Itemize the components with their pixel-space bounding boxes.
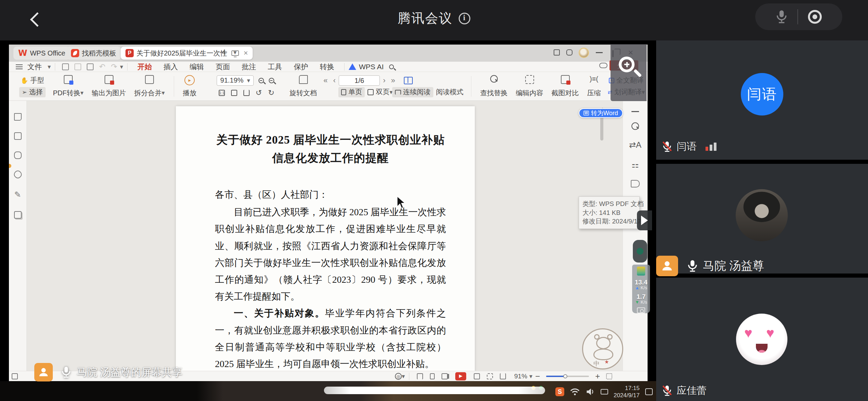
participant-tile-yanyu[interactable]: 闫语 闫语 (656, 40, 868, 160)
rail-settings-icon[interactable]: ⚏ (631, 160, 639, 170)
save-icon[interactable] (74, 63, 81, 70)
comment-icon[interactable] (14, 151, 22, 159)
menu-home[interactable]: 开始 (137, 62, 152, 72)
zoom-slider-handle[interactable] (563, 374, 567, 378)
hand-tool-button[interactable]: ✋ 手型 (18, 75, 47, 86)
fit-width-small-icon[interactable] (500, 373, 506, 379)
split-merge-button[interactable]: 拆分合并▾ (130, 75, 169, 98)
layers-icon[interactable] (14, 211, 22, 219)
zoom-level-select[interactable]: 91.19% ▾ (217, 75, 254, 86)
system-clock[interactable]: 17:15 2024/9/17 (614, 385, 640, 399)
tab-list-chevron-icon[interactable]: ▾ (233, 49, 237, 56)
tab-document[interactable]: P 关于做好2025届毕业生一次性 × (121, 47, 253, 60)
rotate-right-icon[interactable]: ↻ (268, 88, 274, 97)
fit-screen-icon[interactable] (487, 373, 493, 379)
book-icon[interactable] (404, 77, 413, 84)
first-page-icon[interactable]: « (324, 76, 328, 85)
screenshot-compare-button[interactable]: 截图对比 (547, 75, 583, 98)
rail-booklet-icon[interactable] (631, 180, 640, 187)
fit-height-icon[interactable] (474, 373, 480, 379)
select-tool-button[interactable]: ➢ 选择 (19, 87, 46, 97)
minimize-icon[interactable] (596, 52, 603, 53)
panel-toggle-icon[interactable] (12, 373, 18, 379)
participant-tile-yingjialei[interactable]: ♥ ♥ 应佳蕾 (656, 278, 868, 401)
sidebar-expand-button[interactable] (637, 210, 652, 230)
meeting-zoom-overlay[interactable] (611, 44, 647, 101)
zoom-out-icon[interactable] (258, 78, 264, 83)
file-chevron-icon[interactable]: ▾ (48, 63, 51, 71)
cloud-upload-icon[interactable] (599, 63, 607, 68)
menu-annotate[interactable]: 批注 (242, 62, 256, 72)
hamburger-icon[interactable] (16, 64, 23, 65)
zoom-plus-icon[interactable]: + (595, 372, 600, 381)
view-mode-icon[interactable]: ◎ (395, 373, 402, 380)
undo-icon[interactable]: ↶ (99, 62, 105, 71)
rotate-doc-button[interactable]: 旋转文档 (286, 75, 321, 98)
menu-file[interactable]: 文件 (27, 62, 42, 72)
redo-chevron-icon[interactable]: ▾ (120, 63, 123, 71)
rail-search-icon[interactable] (631, 122, 639, 130)
info-icon[interactable] (459, 13, 470, 24)
rail-translate-icon[interactable]: ⇄A (629, 140, 641, 150)
fit-width-icon[interactable] (243, 90, 250, 96)
single-page-small-icon[interactable] (430, 373, 435, 379)
record-icon[interactable] (807, 9, 823, 25)
find-replace-button[interactable]: 查找替换 (476, 75, 512, 98)
fit-page-icon[interactable] (231, 90, 237, 96)
one-to-one-icon[interactable]: 1:1 (219, 90, 225, 96)
search-icon[interactable] (389, 64, 394, 69)
double-page-button[interactable]: 双页▾ (365, 87, 395, 97)
cube-icon[interactable] (566, 49, 572, 56)
tab-close-icon[interactable]: × (244, 49, 248, 58)
user-avatar[interactable] (579, 48, 589, 58)
horizontal-scrollbar[interactable] (324, 387, 545, 394)
status-dot-pill[interactable] (633, 240, 647, 263)
fullscreen-icon[interactable] (606, 373, 612, 379)
tray-app-icon[interactable]: S (555, 387, 564, 396)
zoom-slider[interactable] (546, 376, 589, 377)
microphone-icon[interactable] (775, 9, 788, 24)
menu-insert[interactable]: 插入 (164, 62, 178, 72)
attachment-icon[interactable] (12, 169, 23, 180)
print-icon[interactable] (87, 63, 94, 70)
continuous-read-button[interactable]: 连续阅读 (392, 87, 433, 97)
menu-tools[interactable]: 工具 (268, 62, 282, 72)
pdf-convert-button[interactable]: PDF转换▾ (49, 75, 87, 98)
redo-icon[interactable]: ↷ (111, 62, 117, 71)
network-monitor-widget[interactable]: 13.4 ▲ K/s 1.7 ▼ K/s (632, 265, 650, 313)
convert-to-word-button[interactable]: W 转为Word (579, 108, 623, 118)
pen-icon[interactable]: ✎ (14, 190, 21, 199)
menu-protect[interactable]: 保护 (294, 62, 308, 72)
menu-page[interactable]: 页面 (216, 62, 230, 72)
edit-content-button[interactable]: 编辑内容 (512, 75, 547, 98)
compress-button[interactable]: )≡( 压缩 (583, 75, 605, 98)
continuous-small-icon[interactable] (417, 373, 423, 379)
zoom-minus-icon[interactable]: − (535, 372, 540, 381)
page-indicator[interactable]: 1/6 (339, 75, 380, 86)
double-page-small-icon[interactable] (442, 373, 448, 379)
chevron-down-icon[interactable]: ▾ (529, 373, 532, 380)
participant-tile-tangyizun[interactable]: 马院 汤益尊 (656, 164, 868, 274)
open-folder-icon[interactable] (62, 63, 69, 70)
tab-docer[interactable]: 找稻壳模板 (66, 47, 121, 60)
read-mode-button[interactable]: 阅读模式 (433, 87, 466, 97)
battery-icon[interactable] (601, 389, 608, 394)
rotate-left-icon[interactable]: ↺ (256, 88, 262, 97)
workspace-icon[interactable] (554, 49, 560, 56)
bookmark-icon[interactable] (14, 113, 22, 121)
zoom-in-icon[interactable] (269, 78, 274, 83)
camera-icon[interactable] (637, 307, 645, 313)
thumbnail-icon[interactable] (14, 132, 22, 140)
chevron-down-icon[interactable]: ▾ (402, 373, 405, 380)
tab-wps-home[interactable]: W WPS Office (13, 47, 70, 60)
menu-convert[interactable]: 转换 (320, 62, 334, 72)
prev-page-icon[interactable]: ‹ (333, 76, 336, 85)
collapse-icon[interactable] (631, 111, 639, 112)
single-page-button[interactable]: 单页 (338, 87, 365, 97)
next-page-icon[interactable]: › (383, 76, 385, 85)
new-tab-icon[interactable]: + (221, 46, 228, 58)
menu-edit[interactable]: 编辑 (190, 62, 204, 72)
speaker-icon[interactable] (586, 387, 595, 396)
export-image-button[interactable]: 输出为图片 (88, 75, 130, 98)
notification-icon[interactable] (645, 388, 653, 395)
